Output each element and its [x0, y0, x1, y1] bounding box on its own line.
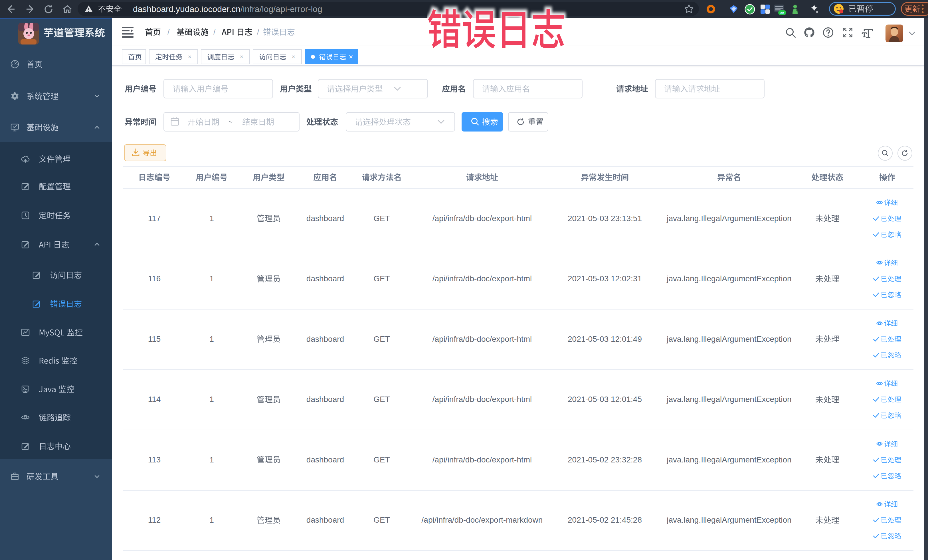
svg-text:on: on	[780, 11, 784, 15]
